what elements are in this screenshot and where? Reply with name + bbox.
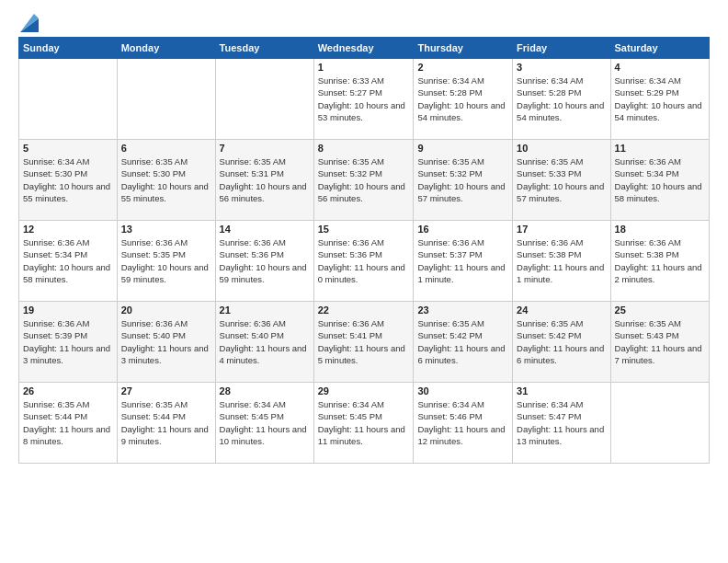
day-number: 31 — [517, 385, 606, 396]
day-number: 28 — [220, 385, 310, 396]
day-info: Sunrise: 6:33 AM Sunset: 5:27 PM Dayligh… — [318, 75, 410, 123]
logo — [18, 14, 39, 28]
day-number: 19 — [23, 304, 113, 316]
day-number: 7 — [220, 143, 310, 154]
calendar-cell: 7Sunrise: 6:35 AM Sunset: 5:31 PM Daylig… — [215, 140, 313, 221]
header — [18, 14, 710, 28]
calendar-cell: 2Sunrise: 6:34 AM Sunset: 5:28 PM Daylig… — [414, 59, 513, 140]
calendar-week-5: 26Sunrise: 6:35 AM Sunset: 5:44 PM Dayli… — [19, 383, 710, 464]
calendar-cell: 30Sunrise: 6:34 AM Sunset: 5:46 PM Dayli… — [414, 383, 513, 464]
calendar-cell: 6Sunrise: 6:35 AM Sunset: 5:30 PM Daylig… — [117, 140, 215, 221]
calendar-cell — [19, 59, 118, 140]
calendar-cell: 21Sunrise: 6:36 AM Sunset: 5:40 PM Dayli… — [215, 302, 313, 383]
day-number: 21 — [220, 304, 310, 316]
calendar-week-3: 12Sunrise: 6:36 AM Sunset: 5:34 PM Dayli… — [19, 221, 710, 302]
day-number: 17 — [517, 224, 606, 235]
day-info: Sunrise: 6:34 AM Sunset: 5:46 PM Dayligh… — [417, 398, 508, 447]
calendar-cell: 29Sunrise: 6:34 AM Sunset: 5:45 PM Dayli… — [313, 383, 414, 464]
day-number: 2 — [417, 62, 508, 73]
calendar-cell: 5Sunrise: 6:34 AM Sunset: 5:30 PM Daylig… — [19, 140, 118, 221]
day-info: Sunrise: 6:35 AM Sunset: 5:42 PM Dayligh… — [517, 317, 606, 366]
calendar-week-1: 1Sunrise: 6:33 AM Sunset: 5:27 PM Daylig… — [19, 59, 710, 140]
calendar-cell: 25Sunrise: 6:35 AM Sunset: 5:43 PM Dayli… — [610, 302, 709, 383]
day-info: Sunrise: 6:36 AM Sunset: 5:35 PM Dayligh… — [121, 236, 211, 285]
day-number: 24 — [517, 304, 606, 316]
calendar-cell: 20Sunrise: 6:36 AM Sunset: 5:40 PM Dayli… — [117, 302, 215, 383]
calendar-cell: 12Sunrise: 6:36 AM Sunset: 5:34 PM Dayli… — [19, 221, 118, 302]
calendar-cell — [610, 383, 709, 464]
day-number: 11 — [615, 143, 705, 154]
day-info: Sunrise: 6:34 AM Sunset: 5:28 PM Dayligh… — [517, 75, 606, 123]
calendar-cell: 22Sunrise: 6:36 AM Sunset: 5:41 PM Dayli… — [313, 302, 414, 383]
calendar-cell — [117, 59, 215, 140]
calendar-cell: 13Sunrise: 6:36 AM Sunset: 5:35 PM Dayli… — [117, 221, 215, 302]
day-info: Sunrise: 6:34 AM Sunset: 5:28 PM Dayligh… — [417, 75, 508, 123]
day-info: Sunrise: 6:35 AM Sunset: 5:43 PM Dayligh… — [615, 317, 705, 366]
page: SundayMondayTuesdayWednesdayThursdayFrid… — [0, 0, 728, 563]
day-info: Sunrise: 6:36 AM Sunset: 5:34 PM Dayligh… — [615, 155, 705, 204]
day-number: 30 — [417, 385, 508, 396]
day-info: Sunrise: 6:36 AM Sunset: 5:39 PM Dayligh… — [23, 317, 113, 366]
calendar-cell: 18Sunrise: 6:36 AM Sunset: 5:38 PM Dayli… — [610, 221, 709, 302]
day-number: 12 — [23, 224, 113, 235]
day-info: Sunrise: 6:36 AM Sunset: 5:37 PM Dayligh… — [417, 236, 508, 285]
day-info: Sunrise: 6:34 AM Sunset: 5:45 PM Dayligh… — [318, 398, 410, 447]
calendar-cell: 4Sunrise: 6:34 AM Sunset: 5:29 PM Daylig… — [610, 59, 709, 140]
day-number: 29 — [318, 385, 410, 396]
day-number: 25 — [615, 304, 705, 316]
calendar-cell: 27Sunrise: 6:35 AM Sunset: 5:44 PM Dayli… — [117, 383, 215, 464]
calendar-cell: 19Sunrise: 6:36 AM Sunset: 5:39 PM Dayli… — [19, 302, 118, 383]
day-info: Sunrise: 6:36 AM Sunset: 5:40 PM Dayligh… — [220, 317, 310, 366]
day-number: 1 — [318, 62, 410, 73]
calendar-cell: 9Sunrise: 6:35 AM Sunset: 5:32 PM Daylig… — [414, 140, 513, 221]
day-info: Sunrise: 6:36 AM Sunset: 5:40 PM Dayligh… — [121, 317, 211, 366]
calendar-table: SundayMondayTuesdayWednesdayThursdayFrid… — [18, 37, 710, 464]
day-info: Sunrise: 6:34 AM Sunset: 5:29 PM Dayligh… — [615, 75, 705, 123]
calendar-cell: 31Sunrise: 6:34 AM Sunset: 5:47 PM Dayli… — [513, 383, 610, 464]
day-info: Sunrise: 6:34 AM Sunset: 5:30 PM Dayligh… — [23, 155, 113, 204]
day-info: Sunrise: 6:35 AM Sunset: 5:33 PM Dayligh… — [517, 155, 606, 204]
day-number: 18 — [615, 224, 705, 235]
day-info: Sunrise: 6:36 AM Sunset: 5:36 PM Dayligh… — [220, 236, 310, 285]
calendar-cell: 23Sunrise: 6:35 AM Sunset: 5:42 PM Dayli… — [414, 302, 513, 383]
weekday-header-row: SundayMondayTuesdayWednesdayThursdayFrid… — [19, 38, 710, 59]
calendar-cell: 28Sunrise: 6:34 AM Sunset: 5:45 PM Dayli… — [215, 383, 313, 464]
day-info: Sunrise: 6:36 AM Sunset: 5:36 PM Dayligh… — [318, 236, 410, 285]
day-number: 6 — [121, 143, 211, 154]
day-info: Sunrise: 6:35 AM Sunset: 5:31 PM Dayligh… — [220, 155, 310, 204]
day-number: 15 — [318, 224, 410, 235]
calendar-week-4: 19Sunrise: 6:36 AM Sunset: 5:39 PM Dayli… — [19, 302, 710, 383]
calendar-cell: 26Sunrise: 6:35 AM Sunset: 5:44 PM Dayli… — [19, 383, 118, 464]
day-number: 3 — [517, 62, 606, 73]
day-number: 9 — [417, 143, 508, 154]
day-number: 16 — [417, 224, 508, 235]
day-number: 8 — [318, 143, 410, 154]
weekday-header-friday: Friday — [513, 38, 610, 59]
calendar-cell: 15Sunrise: 6:36 AM Sunset: 5:36 PM Dayli… — [313, 221, 414, 302]
weekday-header-thursday: Thursday — [414, 38, 513, 59]
day-number: 20 — [121, 304, 211, 316]
day-info: Sunrise: 6:35 AM Sunset: 5:30 PM Dayligh… — [121, 155, 211, 204]
day-number: 14 — [220, 224, 310, 235]
day-info: Sunrise: 6:36 AM Sunset: 5:38 PM Dayligh… — [517, 236, 606, 285]
day-info: Sunrise: 6:35 AM Sunset: 5:32 PM Dayligh… — [417, 155, 508, 204]
day-number: 13 — [121, 224, 211, 235]
day-info: Sunrise: 6:34 AM Sunset: 5:45 PM Dayligh… — [220, 398, 310, 447]
calendar-cell: 11Sunrise: 6:36 AM Sunset: 5:34 PM Dayli… — [610, 140, 709, 221]
calendar-cell: 8Sunrise: 6:35 AM Sunset: 5:32 PM Daylig… — [313, 140, 414, 221]
weekday-header-wednesday: Wednesday — [313, 38, 414, 59]
day-number: 5 — [23, 143, 113, 154]
calendar-cell: 16Sunrise: 6:36 AM Sunset: 5:37 PM Dayli… — [414, 221, 513, 302]
weekday-header-sunday: Sunday — [19, 38, 118, 59]
day-number: 27 — [121, 385, 211, 396]
day-info: Sunrise: 6:35 AM Sunset: 5:42 PM Dayligh… — [417, 317, 508, 366]
day-info: Sunrise: 6:34 AM Sunset: 5:47 PM Dayligh… — [517, 398, 606, 447]
day-number: 22 — [318, 304, 410, 316]
calendar-cell: 3Sunrise: 6:34 AM Sunset: 5:28 PM Daylig… — [513, 59, 610, 140]
day-number: 4 — [615, 62, 705, 73]
day-number: 10 — [517, 143, 606, 154]
day-info: Sunrise: 6:36 AM Sunset: 5:34 PM Dayligh… — [23, 236, 113, 285]
weekday-header-tuesday: Tuesday — [215, 38, 313, 59]
calendar-cell: 17Sunrise: 6:36 AM Sunset: 5:38 PM Dayli… — [513, 221, 610, 302]
logo-icon — [20, 14, 39, 32]
